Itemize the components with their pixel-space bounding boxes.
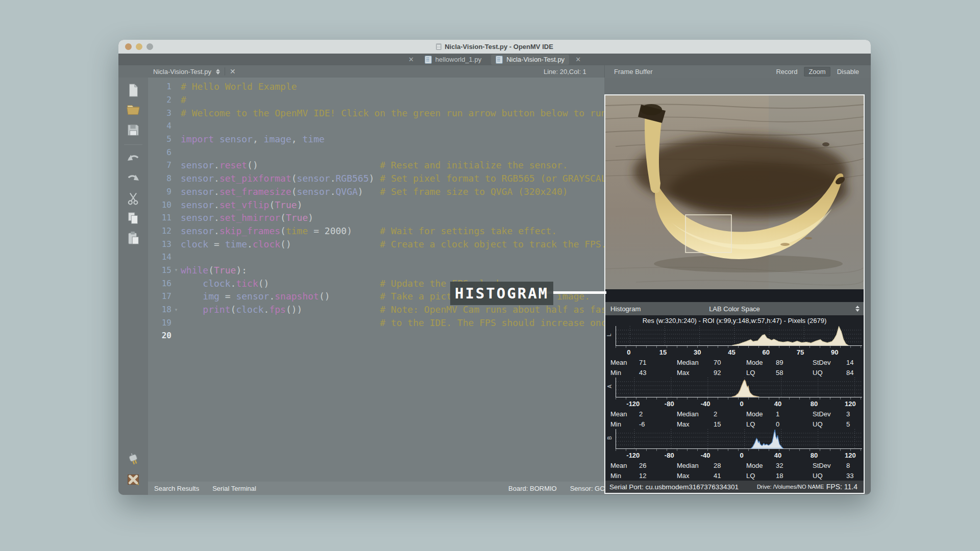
stat-label: StDev <box>813 410 846 418</box>
code-text: # Hello World Example <box>181 81 297 92</box>
editor-toolbar: Nicla-Vision-Test.py ✕ Line: 20,Col: 1 F… <box>118 65 871 78</box>
zoom-window-button[interactable] <box>146 43 153 50</box>
code-token: ) <box>369 173 380 184</box>
cut-icon[interactable] <box>125 190 142 207</box>
python-file-icon <box>425 56 432 64</box>
code-token: snapshot <box>275 291 319 302</box>
axis-tick-label: -120 <box>626 400 640 408</box>
frame-buffer-header: Frame Buffer Record Zoom Disable <box>604 65 871 78</box>
paste-icon[interactable] <box>125 230 142 247</box>
close-file-icon[interactable]: ✕ <box>230 67 236 76</box>
stat-label: Median <box>677 410 714 418</box>
histogram-stats-row: Mean2Median2Mode1StDev3 <box>605 409 864 419</box>
code-token: QVGA <box>335 186 357 197</box>
histogram-plot-a: A <box>616 378 862 397</box>
histogram-title: Histogram <box>610 305 641 313</box>
code-token: True <box>286 212 308 223</box>
code-token: ( <box>280 212 286 223</box>
stat-label: UQ <box>813 472 846 480</box>
tab-helloworld-1-py[interactable]: helloworld_1.py <box>420 55 486 65</box>
code-token: () <box>247 160 380 170</box>
code-token: . <box>214 199 219 210</box>
code-token: # Reset and initialize the sensor. <box>380 160 568 170</box>
open-folder-icon[interactable] <box>125 102 142 119</box>
colorspace-select-arrows-icon[interactable] <box>855 306 860 312</box>
axis-tick-label: 60 <box>763 348 770 356</box>
code-token: RGB565 <box>335 173 369 184</box>
serial-terminal-button[interactable]: Serial Terminal <box>212 485 256 492</box>
fold-marker-icon[interactable]: ▾ <box>172 307 181 312</box>
colorspace-select[interactable]: LAB Color Space <box>605 305 864 313</box>
line-number: 15 <box>148 265 172 275</box>
code-token: . <box>214 186 219 197</box>
connect-icon[interactable] <box>125 450 142 468</box>
record-button[interactable]: Record <box>771 67 802 77</box>
code-token: () <box>280 239 380 249</box>
stat-label: UQ <box>813 369 846 377</box>
stat-label: Mode <box>746 462 776 469</box>
fps-indicator: FPS: 11.4 <box>826 483 857 491</box>
axis-tick-label: 90 <box>831 348 838 356</box>
zoom-button[interactable]: Zoom <box>804 67 830 77</box>
code-token: set_vflip <box>219 199 270 210</box>
copy-icon[interactable] <box>125 210 142 227</box>
stat-label: Mean <box>610 359 639 366</box>
line-number: 12 <box>148 226 172 236</box>
axis-tick-label: 120 <box>845 400 856 408</box>
code-token: sensor <box>297 173 330 184</box>
histogram-header: Histogram LAB Color Space <box>605 302 864 315</box>
editor-tab-bar: ✕helloworld_1.pyNicla-Vision-Test.py✕ <box>118 54 871 65</box>
disable-button[interactable]: Disable <box>832 67 864 77</box>
stat-value: 3 <box>846 410 864 418</box>
histogram-channel-b: B-120-80-4004080120Mean26Median28Mode32S… <box>605 429 864 481</box>
line-number: 3 <box>148 108 172 118</box>
code-token: sensor <box>181 199 214 210</box>
window-title-wrap: Nicla-Vision-Test.py - OpenMV IDE <box>118 43 871 51</box>
stat-value: 92 <box>714 369 746 377</box>
stat-label: Mode <box>746 410 776 418</box>
stat-label: Max <box>677 420 714 428</box>
code-token: True <box>275 199 297 210</box>
file-switch-icon[interactable] <box>216 69 220 74</box>
close-tab-icon[interactable]: ✕ <box>574 56 582 63</box>
line-number: 8 <box>148 173 172 183</box>
axis-tick-label: -40 <box>701 452 710 459</box>
stat-value: 5 <box>846 420 864 428</box>
python-file-icon <box>496 56 503 64</box>
line-number: 4 <box>148 121 172 131</box>
code-token: 2000 <box>325 226 347 236</box>
code-token: sensor <box>181 212 214 223</box>
code-token: , <box>253 134 264 144</box>
line-number: 20 <box>148 331 172 340</box>
stat-value: 0 <box>776 420 813 428</box>
close-window-button[interactable] <box>125 43 132 50</box>
stat-label: Min <box>610 420 639 428</box>
disconnect-icon[interactable] <box>125 470 142 488</box>
code-token: time <box>225 239 247 249</box>
openmv-ide-window: Nicla-Vision-Test.py - OpenMV IDE ✕hello… <box>118 40 871 495</box>
close-tab-icon[interactable]: ✕ <box>407 56 415 63</box>
code-token <box>214 134 219 144</box>
code-token: # Hello World Example <box>181 81 297 92</box>
tab-nicla-vision-test-py[interactable]: Nicla-Vision-Test.py <box>491 55 569 65</box>
code-token: # Set pixel format to RGB565 (or GRAYSCA… <box>380 173 618 184</box>
frame-buffer-image[interactable] <box>605 95 864 289</box>
code-text: sensor.reset() # Reset and initialize th… <box>181 160 568 170</box>
line-number: 9 <box>148 187 172 196</box>
new-file-icon[interactable] <box>125 82 142 99</box>
undo-icon[interactable] <box>125 150 142 167</box>
stat-label: Mean <box>610 462 639 469</box>
code-token: clock <box>253 239 280 249</box>
axis-tick-label: 45 <box>728 348 735 356</box>
titlebar: Nicla-Vision-Test.py - OpenMV IDE <box>118 40 871 54</box>
minimize-window-button[interactable] <box>136 43 142 50</box>
code-token: time <box>286 226 308 236</box>
open-file-selector[interactable]: Nicla-Vision-Test.py ✕ <box>153 65 236 78</box>
stat-label: StDev <box>813 359 846 366</box>
save-icon[interactable] <box>125 121 142 139</box>
fold-marker-icon[interactable]: ▾ <box>172 267 181 272</box>
redo-icon[interactable] <box>125 170 142 187</box>
line-number: 5 <box>148 134 172 144</box>
stat-value: 28 <box>714 462 746 469</box>
search-results-button[interactable]: Search Results <box>154 485 199 492</box>
